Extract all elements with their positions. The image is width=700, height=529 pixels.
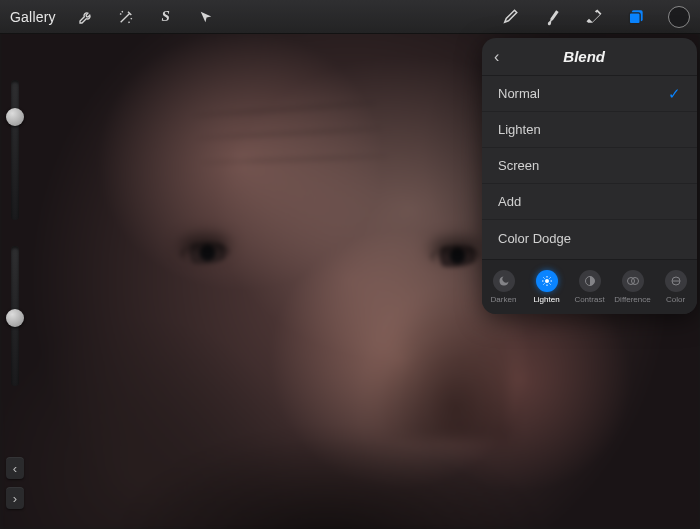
blend-mode-add[interactable]: Add [482,184,697,220]
blend-mode-label: Lighten [498,122,541,137]
svg-line-10 [549,278,550,279]
painting-mark [179,241,230,266]
svg-line-8 [549,284,550,285]
panel-title: Blend [483,48,685,65]
eraser-icon[interactable] [584,7,604,27]
layers-icon[interactable] [626,7,646,27]
panel-header: ‹ Blend [482,38,697,76]
blend-mode-colordodge[interactable]: Color Dodge [482,220,697,256]
brush-icon[interactable] [500,7,520,27]
category-label: Color [666,295,685,304]
category-label: Contrast [574,295,604,304]
blend-mode-label: Screen [498,158,539,173]
gallery-button[interactable]: Gallery [10,9,56,25]
overlap-icon [622,270,644,292]
category-color[interactable]: Color [654,260,697,314]
app-root: Gallery S [0,0,700,529]
blend-mode-label: Add [498,194,521,209]
blend-mode-lighten[interactable]: Lighten [482,112,697,148]
wand-icon[interactable] [116,7,136,27]
svg-rect-1 [629,12,640,23]
side-sliders: ‹ › [4,80,26,509]
category-label: Darken [491,295,517,304]
redo-button[interactable]: › [6,487,24,509]
painting-mark [195,127,385,140]
category-label: Lighten [533,295,559,304]
category-contrast[interactable]: Contrast [568,260,611,314]
blend-mode-label: Normal [498,86,540,101]
painting-mark [60,400,600,529]
top-toolbar-right [500,6,690,28]
svg-line-9 [543,284,544,285]
brush-size-thumb[interactable] [6,108,24,126]
check-icon: ✓ [668,85,681,103]
color-swatch[interactable] [668,6,690,28]
cursor-icon[interactable] [196,7,216,27]
blend-mode-screen[interactable]: Screen [482,148,697,184]
half-circle-icon [579,270,601,292]
blend-mode-normal[interactable]: Normal ✓ [482,76,697,112]
painting-mark [190,101,380,117]
category-difference[interactable]: Difference [611,260,654,314]
brush-size-slider[interactable] [11,80,19,220]
top-toolbar: Gallery S [0,0,700,34]
wrench-icon[interactable] [76,7,96,27]
blend-panel: ‹ Blend Normal ✓ Lighten Screen Add Colo… [482,38,697,314]
svg-line-7 [543,278,544,279]
undo-redo-group: ‹ › [6,457,24,509]
blend-mode-label: Color Dodge [498,231,571,246]
smudge-icon[interactable] [542,7,562,27]
select-icon[interactable]: S [156,7,176,27]
top-toolbar-left: Gallery S [10,7,216,27]
opacity-thumb[interactable] [6,309,24,327]
opacity-slider[interactable] [11,246,19,386]
disc-icon [665,270,687,292]
blend-mode-list: Normal ✓ Lighten Screen Add Color Dodge [482,76,697,259]
blend-category-footer: Darken Lighten Contrast Difference [482,259,697,314]
painting-mark [429,244,480,269]
undo-button[interactable]: ‹ [6,457,24,479]
moon-icon [493,270,515,292]
category-lighten[interactable]: Lighten [525,260,568,314]
painting-mark [200,155,390,165]
category-label: Difference [614,295,650,304]
category-darken[interactable]: Darken [482,260,525,314]
svg-point-2 [545,279,549,283]
sun-icon [536,270,558,292]
